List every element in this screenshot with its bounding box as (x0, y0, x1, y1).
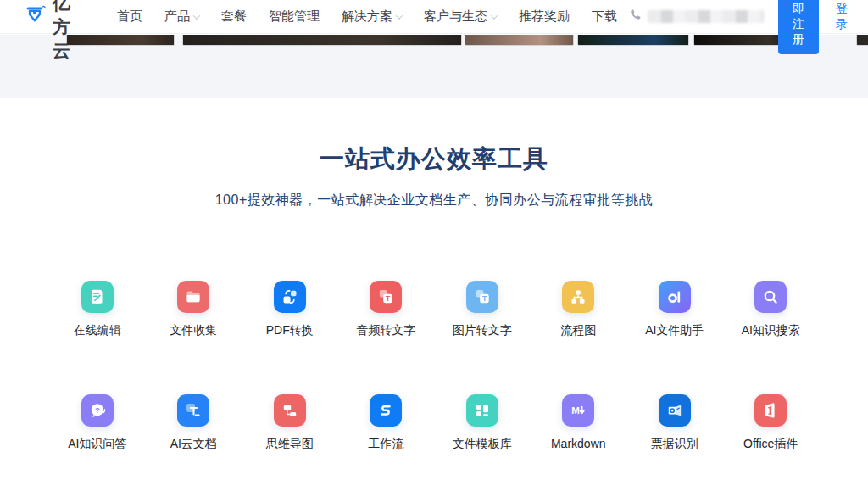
svg-text:?: ? (95, 405, 100, 415)
tool-receipt-ocr[interactable]: 票据识别 (626, 394, 723, 452)
chevron-down-icon (193, 12, 200, 19)
nav-item-smart-management[interactable]: 智能管理 (258, 8, 331, 25)
carousel-thumbnail[interactable] (182, 35, 462, 46)
image-text-icon: T (466, 281, 498, 313)
tool-file-templates[interactable]: 文件模板库 (434, 394, 531, 452)
tool-label: Office插件 (743, 437, 798, 452)
phone-icon (628, 8, 643, 25)
page-title: 一站式办公效率工具 (0, 142, 868, 176)
tool-pdf-convert[interactable]: PDF转换 (242, 281, 338, 338)
tool-online-edit[interactable]: 在线编辑 (49, 281, 146, 338)
convert-icon (274, 281, 306, 313)
grid-template-icon (466, 394, 498, 427)
phone-number-redacted (648, 10, 765, 23)
receipt-icon (659, 394, 691, 427)
tool-label: 文件模板库 (453, 437, 512, 452)
tool-label: 工作流 (368, 437, 403, 452)
page: 360亿方云 首页 产品 套餐 智能管理 解决方案 客户与生态 推荐奖励 下载 … (0, 0, 868, 480)
tool-label: 音频转文字 (356, 323, 415, 338)
tool-flowchart[interactable]: 流程图 (531, 281, 627, 338)
login-link[interactable]: 登录 (836, 2, 848, 32)
folder-icon (177, 281, 209, 313)
markdown-icon: M (562, 394, 594, 427)
ai-letters-icon (659, 281, 691, 313)
s-flow-icon (370, 394, 402, 427)
tool-ai-knowledge-search[interactable]: AI知识搜索 (723, 281, 820, 338)
tool-workflow[interactable]: 工作流 (338, 394, 435, 452)
carousel-thumbnail[interactable] (856, 35, 868, 46)
magnifier-icon (754, 281, 787, 313)
tool-ai-knowledge-qa[interactable]: ? AI知识问答 (49, 394, 146, 452)
top-navbar: 360亿方云 首页 产品 套餐 智能管理 解决方案 客户与生态 推荐奖励 下载 … (0, 0, 868, 34)
register-button[interactable]: 立即注册 (778, 0, 819, 54)
tool-markdown[interactable]: M Markdown (531, 394, 627, 452)
svg-text:T: T (482, 294, 487, 303)
tool-label: AI云文档 (170, 437, 217, 452)
chevron-down-icon (396, 12, 403, 19)
tool-label: 思维导图 (266, 437, 314, 452)
edit-doc-icon (81, 281, 114, 313)
header-actions: 立即注册 登录 (628, 0, 848, 54)
office-icon (754, 394, 787, 427)
tool-ai-file-assistant[interactable]: AI文件助手 (626, 281, 723, 338)
tool-mindmap[interactable]: 思维导图 (242, 394, 338, 452)
nav-item-plans[interactable]: 套餐 (210, 8, 258, 25)
svg-text:T: T (386, 294, 391, 303)
nav-item-customers-ecosystem[interactable]: 客户与生态 (413, 8, 508, 25)
phone-contact (628, 8, 765, 25)
tool-label: 文件收集 (170, 323, 217, 338)
nav-item-products[interactable]: 产品 (153, 8, 210, 25)
tool-office-plugin[interactable]: Office插件 (723, 394, 820, 452)
brand-logo[interactable]: 360亿方云 (25, 0, 87, 63)
tool-label: Markdown (551, 437, 606, 450)
carousel-thumbnail[interactable] (465, 35, 574, 46)
tool-ai-cloud-doc[interactable]: AI云文档 (146, 394, 242, 452)
tool-audio-to-text[interactable]: T 音频转文字 (338, 281, 435, 338)
tool-label: AI知识搜索 (742, 323, 800, 338)
tool-image-to-text[interactable]: T 图片转文字 (434, 281, 531, 338)
tool-label: 票据识别 (651, 437, 698, 452)
text-doc-icon (177, 394, 209, 427)
main-nav: 首页 产品 套餐 智能管理 解决方案 客户与生态 推荐奖励 下载 (106, 8, 628, 25)
tool-label: 图片转文字 (453, 323, 512, 338)
tool-label: AI知识问答 (68, 437, 126, 452)
tool-label: 在线编辑 (74, 323, 121, 338)
mindmap-icon (274, 394, 306, 427)
shield-logo-icon (25, 4, 47, 30)
tool-file-collection[interactable]: 文件收集 (146, 281, 242, 338)
chevron-down-icon (491, 12, 498, 19)
flowchart-icon (562, 281, 594, 313)
question-bubble-icon: ? (81, 394, 114, 427)
audio-text-icon: T (370, 281, 402, 313)
brand-name: 360亿方云 (53, 0, 87, 63)
tool-label: PDF转换 (266, 323, 314, 338)
svg-text:M: M (571, 405, 580, 416)
nav-item-referral-rewards[interactable]: 推荐奖励 (508, 8, 581, 25)
tool-label: AI文件助手 (645, 323, 704, 338)
nav-item-home[interactable]: 首页 (106, 8, 153, 25)
nav-item-solutions[interactable]: 解决方案 (331, 8, 413, 25)
page-subtitle: 100+提效神器，一站式解决企业文档生产、协同办公与流程审批等挑战 (0, 192, 868, 209)
tool-label: 流程图 (560, 323, 596, 338)
tools-grid: 在线编辑 文件收集 PDF转换 T 音频转文字 T 图片转文字 流程图 AI文件… (49, 281, 819, 452)
nav-item-download[interactable]: 下载 (581, 8, 628, 25)
